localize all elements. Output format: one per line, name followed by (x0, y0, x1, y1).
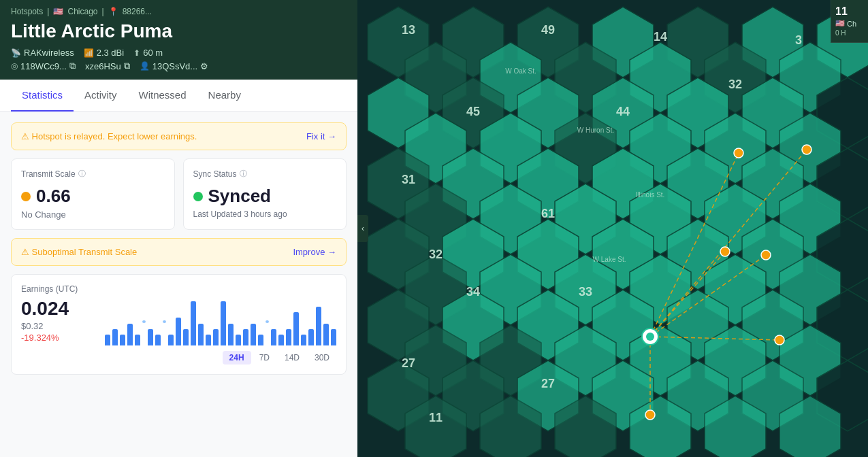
bar-11 (183, 329, 189, 345)
period-tab-30d[interactable]: 30D (308, 351, 336, 365)
bar-16 (221, 301, 226, 345)
period-tab-7d[interactable]: 7D (253, 351, 276, 365)
elevation-icon: ⬆ (133, 48, 140, 58)
improve-link[interactable]: Improve → (293, 247, 336, 257)
bar-26 (293, 312, 299, 345)
transmit-scale-card: Transmit Scale ⓘ 0.66 No Change (11, 158, 175, 230)
manufacturer-icon: 📡 (11, 48, 21, 58)
breadcrumb-hotspots[interactable]: Hotspots (11, 7, 43, 16)
relay-alert-text: ⚠ Hotspot is relayed. Expect lower earni… (21, 131, 197, 141)
svg-text:27: 27 (402, 356, 415, 370)
bar-7 (155, 335, 161, 345)
svg-text:44: 44 (616, 105, 630, 118)
bar-6 (148, 329, 153, 345)
breadcrumb-city-name[interactable]: Chicago (67, 7, 97, 16)
svg-point-111 (646, 333, 654, 341)
info-icon-transmit[interactable]: ⓘ (78, 169, 86, 179)
bar-18 (236, 335, 241, 345)
relay-alert-banner: ⚠ Hotspot is relayed. Expect lower earni… (11, 122, 347, 150)
bar-24 (278, 335, 284, 345)
tab-witnessed[interactable]: Witnessed (128, 80, 197, 112)
suboptimal-banner: ⚠ Suboptimal Transmit Scale Improve → (11, 238, 347, 266)
svg-text:34: 34 (466, 285, 480, 299)
svg-point-104 (734, 148, 743, 158)
svg-text:3: 3 (795, 33, 802, 47)
address3: 13QSsVd... (152, 61, 197, 71)
svg-text:W Lake St.: W Lake St. (593, 256, 626, 263)
map-area: 13 49 14 3 45 44 32 31 61 32 34 33 27 27… (357, 0, 868, 457)
green-dot (193, 192, 203, 201)
earnings-pct: -19.324% (21, 333, 69, 343)
svg-text:14: 14 (654, 30, 667, 44)
tab-statistics[interactable]: Statistics (11, 80, 74, 112)
earnings-value: 0.024 (21, 298, 69, 320)
snippet-label: Ch (847, 20, 856, 28)
earnings-label: Earnings (UTC) (21, 284, 336, 294)
bar-20 (251, 324, 256, 346)
header: Hotspots | 🇺🇸 Chicago | 📍 88266... Littl… (0, 0, 357, 80)
period-tab-14d[interactable]: 14D (278, 351, 306, 365)
svg-text:11: 11 (429, 411, 443, 424)
svg-text:W Oak St.: W Oak St. (505, 67, 536, 75)
tab-nearby[interactable]: Nearby (197, 80, 252, 112)
bar-13 (198, 324, 204, 346)
transmit-scale-sub: No Change (21, 209, 165, 220)
info-icon-sync[interactable]: ⓘ (240, 169, 247, 179)
svg-text:61: 61 (541, 207, 555, 220)
bar-27 (301, 335, 306, 345)
hotspot-meta2: ◎ 118WCc9... ⧉ xze6HSu ⧉ 👤 13QSsVd... ⚙ (11, 61, 347, 71)
antenna-item: 📶 2.3 dBi (84, 48, 124, 58)
bar-30 (323, 324, 329, 346)
svg-text:W Huron St.: W Huron St. (577, 126, 614, 134)
bar-23 (271, 329, 276, 345)
sync-status-card: Sync Status ⓘ Synced Last Updated 3 hour… (183, 158, 347, 230)
svg-point-107 (761, 250, 771, 260)
svg-point-105 (802, 145, 811, 154)
person-icon: 👤 (140, 61, 150, 71)
bar-4 (135, 335, 140, 345)
suboptimal-text: ⚠ Suboptimal Transmit Scale (21, 247, 137, 257)
left-panel: Hotspots | 🇺🇸 Chicago | 📍 88266... Littl… (0, 0, 357, 457)
tab-activity[interactable]: Activity (74, 80, 128, 112)
hotspot-meta: 📡 RAKwireless 📶 2.3 dBi ⬆ 60 m (11, 48, 347, 58)
bar-3 (127, 324, 133, 346)
snippet-zero: 0 H (835, 29, 864, 37)
earnings-usd: $0.32 (21, 321, 69, 331)
copy1-icon[interactable]: ⧉ (69, 61, 76, 71)
wallet-icon: ◎ (11, 61, 18, 71)
address1-item: ◎ 118WCc9... ⧉ (11, 61, 76, 71)
chart-area: 24H7D14D30D (105, 298, 336, 365)
period-tab-24h[interactable]: 24H (223, 351, 251, 365)
collapse-arrow[interactable]: ‹ (357, 215, 368, 242)
stats-cards-row: Transmit Scale ⓘ 0.66 No Change Sync Sta… (11, 158, 347, 230)
bar-25 (286, 329, 291, 345)
yellow-dot (21, 192, 31, 201)
bar-chart (105, 298, 336, 345)
bar-29 (316, 307, 321, 345)
content: ⚠ Hotspot is relayed. Expect lower earni… (0, 112, 357, 457)
transmit-scale-label: Transmit Scale ⓘ (21, 169, 165, 179)
copy2-icon[interactable]: ⧉ (124, 61, 130, 71)
elevation-item: ⬆ 60 m (133, 48, 163, 58)
fix-it-link[interactable]: Fix it → (306, 131, 336, 141)
settings-icon[interactable]: ⚙ (200, 61, 208, 71)
svg-text:31: 31 (402, 173, 415, 186)
address3-item: 👤 13QSsVd... ⚙ (140, 61, 208, 71)
tabs: Statistics Activity Witnessed Nearby (0, 80, 357, 112)
svg-text:32: 32 (728, 78, 742, 91)
svg-text:49: 49 (541, 23, 555, 37)
map-svg: 13 49 14 3 45 44 32 31 61 32 34 33 27 27… (357, 0, 868, 457)
bar-14 (206, 335, 211, 345)
hotspot-title: Little Arctic Puma (11, 20, 347, 42)
svg-point-108 (775, 335, 784, 345)
breadcrumb-address[interactable]: 88266... (123, 7, 152, 16)
antenna-icon: 📶 (84, 48, 94, 58)
bar-22 (266, 320, 269, 323)
svg-text:13: 13 (402, 23, 415, 37)
address2-item: xze6HSu ⧉ (85, 61, 130, 71)
svg-point-106 (720, 247, 730, 256)
bar-12 (191, 301, 196, 345)
svg-text:Illinois St.: Illinois St. (636, 191, 665, 199)
us-flag: 🇺🇸 (835, 19, 845, 28)
bar-9 (168, 335, 174, 345)
